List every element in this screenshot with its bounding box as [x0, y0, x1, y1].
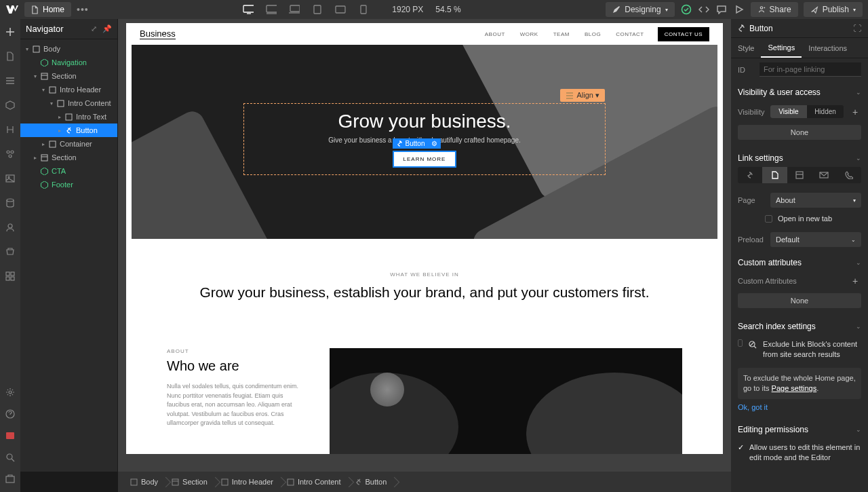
chevron-down-icon[interactable]: ⌄	[856, 323, 861, 330]
link-phone-icon[interactable]	[837, 167, 861, 183]
desktop-large-icon[interactable]	[266, 5, 277, 14]
assets-icon[interactable]	[4, 172, 16, 185]
nav-item-cta[interactable]: CTA	[20, 164, 117, 178]
crumb-body[interactable]: Body	[125, 478, 166, 486]
share-button[interactable]: Share	[751, 2, 798, 17]
tablet-icon[interactable]	[312, 5, 323, 14]
comment-icon[interactable]	[715, 3, 728, 16]
cms-icon[interactable]	[4, 197, 16, 209]
crumb-section[interactable]: Section	[166, 478, 216, 486]
video-icon[interactable]	[4, 430, 16, 442]
apps-icon[interactable]	[4, 270, 16, 282]
styles-icon[interactable]	[4, 148, 16, 160]
nav-item-section[interactable]: ▾Section	[20, 69, 117, 83]
selection-label[interactable]: Button	[393, 138, 429, 149]
nav-blog[interactable]: BLOG	[585, 31, 601, 37]
crumb-intro-header[interactable]: Intro Header	[216, 478, 281, 486]
canvas[interactable]: Business ABOUTWORKTEAMBLOGCONTACT CONTAC…	[126, 23, 723, 454]
link-email-icon[interactable]	[812, 167, 836, 183]
chevron-down-icon[interactable]: ⌄	[856, 89, 861, 96]
page-settings-link[interactable]: Page settings	[772, 384, 817, 392]
contact-button[interactable]: CONTACT US	[658, 27, 709, 41]
link-section-icon[interactable]	[787, 167, 812, 183]
ok-got-it-link[interactable]: Ok, got it	[738, 403, 861, 411]
section2-title[interactable]: Grow your business, establish your brand…	[167, 283, 682, 302]
navigator-icon[interactable]	[4, 75, 16, 87]
visibility-none[interactable]: None	[738, 125, 861, 140]
mobile-icon[interactable]	[358, 5, 369, 14]
nav-item-button[interactable]: ▸Button	[20, 124, 117, 137]
perm-row[interactable]: ✓ Allow users to edit this element in ed…	[731, 438, 868, 467]
pin-icon[interactable]: 📌	[102, 24, 112, 33]
visibility-toggle[interactable]: Visible Hidden	[770, 105, 844, 118]
page-selector[interactable]: Home	[24, 2, 71, 17]
nav-item-section[interactable]: ▸Section	[20, 151, 117, 164]
about-image-placeholder[interactable]	[330, 348, 682, 454]
checkbox-icon[interactable]	[765, 215, 772, 223]
nav-about[interactable]: ABOUT	[485, 31, 505, 37]
exclude-row[interactable]: Exclude Link Block's content from site s…	[731, 335, 868, 364]
play-icon[interactable]	[733, 3, 745, 16]
help-icon[interactable]	[4, 408, 16, 420]
nav-item-container[interactable]: ▸Container	[20, 137, 117, 151]
settings-icon[interactable]	[4, 386, 16, 398]
audit-icon[interactable]	[4, 473, 16, 485]
link-page-icon[interactable]	[762, 167, 787, 183]
preload-select[interactable]: Default⌄	[770, 232, 861, 247]
tablet-landscape-icon[interactable]	[335, 5, 346, 14]
nav-item-intro-header[interactable]: ▾Intro Header	[20, 83, 117, 96]
link-url-icon[interactable]	[738, 167, 762, 183]
nav-item-intro-content[interactable]: ▾Intro Content	[20, 96, 117, 110]
code-icon[interactable]	[698, 3, 710, 16]
hero-content-selected[interactable]: Align ▾ Grow your business. Give your bu…	[243, 103, 606, 175]
hero-title[interactable]: Grow your business.	[338, 111, 511, 132]
tab-interactions[interactable]: Interactions	[802, 38, 854, 58]
tagline[interactable]: WHAT WE BELIEVE IN	[167, 271, 682, 278]
mode-dropdown[interactable]: Designing ▾	[606, 2, 674, 17]
nav-work[interactable]: WORK	[520, 31, 538, 37]
desktop-icon[interactable]	[243, 5, 254, 14]
crumb-button[interactable]: Button	[349, 478, 395, 486]
more-icon[interactable]: •••	[77, 4, 89, 15]
check-icon[interactable]	[680, 3, 692, 16]
checkbox-icon[interactable]	[738, 339, 743, 347]
brand[interactable]: Business	[140, 29, 176, 39]
add-icon[interactable]	[4, 26, 16, 38]
learn-more-button[interactable]: LEARN MORE	[393, 151, 457, 168]
custom-attr-none[interactable]: None	[738, 293, 861, 308]
ecommerce-icon[interactable]	[4, 246, 16, 258]
chevron-down-icon[interactable]: ⌄	[856, 259, 861, 266]
collapse-icon[interactable]: ⤢	[91, 24, 97, 33]
page-select[interactable]: About▾	[770, 193, 861, 208]
publish-button[interactable]: Publish ▾	[804, 2, 863, 17]
about-label[interactable]: ABOUT	[167, 348, 302, 354]
search-icon[interactable]	[4, 451, 16, 463]
tab-settings[interactable]: Settings	[761, 38, 802, 58]
webflow-logo-icon[interactable]	[5, 3, 19, 16]
laptop-icon[interactable]	[289, 5, 300, 14]
nav-item-navigation[interactable]: Navigation	[20, 56, 117, 69]
chevron-down-icon[interactable]: ⌄	[856, 426, 861, 433]
about-body[interactable]: Nulla vel sodales tellus, quis condiment…	[167, 382, 302, 428]
id-input[interactable]	[760, 62, 861, 77]
align-badge[interactable]: Align ▾	[560, 89, 605, 102]
about-title[interactable]: Who we are	[167, 358, 302, 374]
visibility-title: Visibility & user access	[738, 88, 821, 97]
nav-item-intro-text[interactable]: ▸Intro Text	[20, 110, 117, 124]
variables-icon[interactable]	[4, 124, 16, 136]
pages-icon[interactable]	[4, 50, 16, 62]
add-visibility-icon[interactable]: +	[849, 107, 861, 117]
users-icon[interactable]	[4, 221, 16, 233]
selection-settings-icon[interactable]: ⚙	[428, 138, 441, 149]
nav-contact[interactable]: CONTACT	[616, 31, 644, 37]
nav-team[interactable]: TEAM	[553, 31, 570, 37]
tab-style[interactable]: Style	[731, 38, 761, 58]
nav-item-footer[interactable]: Footer	[20, 178, 117, 191]
focus-icon[interactable]: ⛶	[853, 24, 861, 33]
open-new-tab-row[interactable]: Open in new tab	[731, 212, 868, 228]
components-icon[interactable]	[4, 99, 16, 111]
crumb-intro-content[interactable]: Intro Content	[281, 478, 349, 486]
nav-item-body[interactable]: ▾Body	[20, 42, 117, 56]
chevron-down-icon[interactable]: ⌄	[856, 155, 861, 162]
add-attribute-icon[interactable]: +	[849, 276, 861, 286]
